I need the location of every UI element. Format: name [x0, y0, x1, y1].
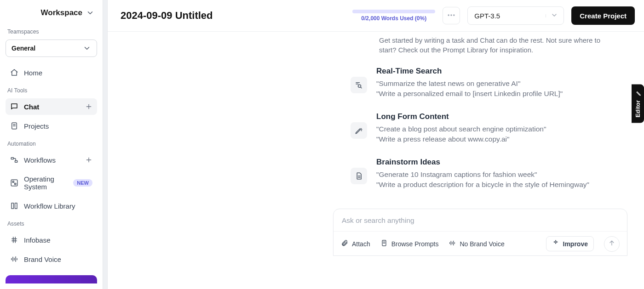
pencil-icon	[634, 90, 641, 96]
card-long-form[interactable]: Long Form Content "Create a blog post ab…	[375, 112, 644, 145]
usage-bar	[352, 10, 435, 13]
model-selected-value: GPT-3.5	[474, 12, 500, 20]
prompt-cards: Real-Time Search "Summarize the latest n…	[108, 67, 644, 190]
paperclip-icon	[341, 239, 348, 248]
svg-rect-9	[11, 180, 17, 186]
sidebar-item-chat[interactable]: Chat	[6, 98, 97, 115]
svg-point-25	[453, 14, 454, 16]
card-line: "Write a personalized email to [insert L…	[376, 89, 563, 99]
browse-prompts-button[interactable]: Browse Prompts	[380, 239, 439, 248]
card-line: "Write a press release about www.copy.ai…	[376, 134, 546, 144]
card-line: "Generate 10 Instagram captions for fash…	[376, 170, 589, 180]
chevron-down-icon	[86, 9, 94, 17]
library-icon	[10, 202, 18, 210]
model-select[interactable]: GPT-3.5	[467, 6, 564, 25]
arrow-up-icon	[608, 239, 615, 248]
brand-voice-toggle[interactable]: No Brand Voice	[448, 239, 504, 248]
section-ai-tools-label: AI Tools	[6, 84, 97, 96]
sidebar-item-label: Operating System	[24, 175, 67, 191]
add-chat-button[interactable]	[85, 103, 92, 110]
chevron-down-icon	[83, 44, 91, 52]
teamspace-select[interactable]: General	[6, 40, 97, 57]
sidebar-item-label: Infobase	[24, 236, 51, 244]
card-title: Brainstorm Ideas	[376, 158, 589, 167]
svg-line-29	[361, 87, 362, 88]
svg-rect-5	[11, 158, 13, 159]
svg-point-24	[451, 14, 452, 16]
document-icon	[380, 239, 388, 248]
hash-icon	[10, 236, 18, 244]
content-area: Get started by writing a task and Chat c…	[108, 32, 644, 289]
svg-rect-13	[15, 203, 17, 209]
sidebar-item-label: Workflows	[24, 156, 56, 164]
sidebar-item-label: Home	[24, 69, 42, 77]
svg-point-23	[448, 14, 449, 16]
card-real-time-search[interactable]: Real-Time Search "Summarize the latest n…	[375, 67, 644, 99]
sidebar-item-home[interactable]: Home	[6, 64, 97, 81]
svg-rect-10	[12, 181, 14, 182]
operating-system-icon	[10, 179, 18, 187]
chat-icon	[10, 102, 18, 111]
usage-meter[interactable]: 0/2,000 Words Used (0%)	[352, 10, 435, 22]
chevron-down-icon	[546, 11, 558, 20]
pen-sparkle-icon	[351, 122, 367, 139]
attach-label: Attach	[352, 240, 370, 248]
brand-voice-icon	[448, 239, 456, 248]
svg-rect-6	[15, 161, 17, 163]
editor-tab[interactable]: Editor	[632, 85, 644, 123]
workspace-label: Workspace	[41, 8, 82, 17]
intro-text: Get started by writing a task and Chat c…	[379, 35, 618, 55]
workspace-switcher[interactable]: Workspace	[6, 6, 97, 22]
section-teamspaces-label: Teamspaces	[6, 25, 97, 37]
card-line: "Summarize the latest news on generative…	[376, 79, 563, 89]
sidebar-item-label: Projects	[24, 122, 49, 130]
browse-prompts-label: Browse Prompts	[391, 240, 439, 248]
sidebar-item-label: Workflow Library	[24, 202, 75, 210]
search-list-icon	[351, 77, 367, 93]
chat-input[interactable]	[342, 216, 619, 225]
card-brainstorm[interactable]: Brainstorm Ideas "Generate 10 Instagram …	[375, 158, 644, 190]
card-line: "Write a product description for a bicyc…	[376, 180, 589, 190]
more-menu-button[interactable]	[443, 7, 460, 24]
usage-text: 0/2,000 Words Used (0%)	[361, 15, 426, 22]
send-button[interactable]	[604, 236, 620, 252]
sidebar-item-label: Chat	[24, 103, 39, 111]
sidebar-item-projects[interactable]: Projects	[6, 118, 97, 134]
improve-label: Improve	[563, 240, 588, 248]
card-line: "Create a blog post about search engine …	[376, 124, 546, 134]
main: 2024-09-09 Untitled 0/2,000 Words Used (…	[108, 0, 644, 289]
sidebar-item-workflow-library[interactable]: Workflow Library	[6, 198, 97, 214]
home-icon	[10, 68, 18, 77]
chat-input-panel: Attach Browse Prompts No Brand Voice	[333, 209, 627, 256]
brand-voice-label: No Brand Voice	[460, 240, 504, 248]
editor-tab-label: Editor	[634, 100, 641, 118]
sidebar-item-brand-voice[interactable]: Brand Voice	[6, 251, 97, 267]
add-workflow-button[interactable]	[85, 156, 92, 164]
svg-rect-11	[15, 183, 16, 185]
sidebar-scrollbar[interactable]	[103, 0, 108, 289]
section-automation-label: Automation	[6, 137, 97, 149]
sidebar-cta[interactable]	[6, 275, 97, 283]
sidebar-item-infobase[interactable]: Infobase	[6, 232, 97, 248]
teamspace-selected-value: General	[12, 45, 35, 52]
card-title: Long Form Content	[376, 112, 546, 121]
doc-title[interactable]: 2024-09-09 Untitled	[121, 10, 213, 22]
sidebar-item-workflows[interactable]: Workflows	[6, 152, 97, 168]
sidebar-item-label: Brand Voice	[24, 255, 61, 263]
topbar: 2024-09-09 Untitled 0/2,000 Words Used (…	[108, 0, 644, 32]
attach-button[interactable]: Attach	[341, 239, 370, 248]
card-title: Real-Time Search	[376, 67, 563, 76]
brand-voice-icon	[10, 255, 18, 263]
sidebar: Workspace Teamspaces General Home AI Too…	[0, 0, 103, 289]
sidebar-item-operating-system[interactable]: Operating System NEW	[6, 171, 97, 195]
section-assets-label: Assets	[6, 217, 97, 229]
create-project-button[interactable]: Create Project	[571, 6, 635, 25]
workflows-icon	[10, 156, 18, 164]
new-badge: NEW	[73, 179, 92, 187]
more-horizontal-icon	[447, 11, 456, 21]
improve-button[interactable]: Improve	[546, 236, 594, 251]
sparkle-icon	[552, 239, 559, 248]
document-icon	[351, 168, 367, 184]
svg-rect-12	[12, 203, 14, 209]
projects-icon	[10, 122, 18, 130]
